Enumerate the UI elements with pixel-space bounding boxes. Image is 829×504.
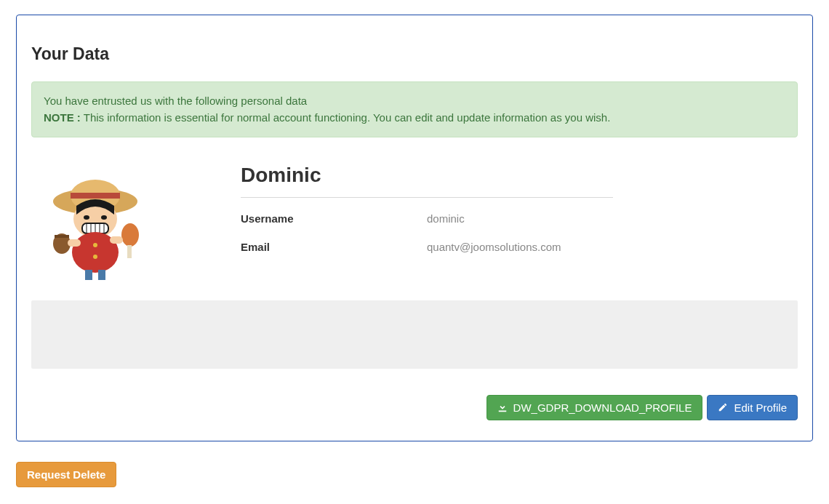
avatar-column xyxy=(37,164,241,280)
svg-rect-15 xyxy=(85,270,92,280)
username-value: dominic xyxy=(427,212,465,225)
extra-info-block xyxy=(31,300,798,369)
alert-note-line: NOTE : This information is essential for… xyxy=(44,109,785,126)
panel-actions: DW_GDPR_DOWNLOAD_PROFILE Edit Profile xyxy=(31,395,798,420)
svg-point-19 xyxy=(121,223,139,247)
field-row-email: Email quantv@joomsolutions.com xyxy=(241,241,616,253)
edit-profile-label: Edit Profile xyxy=(734,401,787,414)
svg-rect-16 xyxy=(98,270,105,280)
svg-rect-21 xyxy=(68,239,81,247)
email-value: quantv@joomsolutions.com xyxy=(427,241,561,253)
svg-rect-22 xyxy=(110,236,123,244)
separator xyxy=(241,197,613,198)
alert-note-label: NOTE : xyxy=(44,111,81,124)
edit-profile-button[interactable]: Edit Profile xyxy=(707,395,798,420)
alert-note-text: This information is essential for normal… xyxy=(81,111,610,124)
request-delete-button[interactable]: Request Delete xyxy=(16,462,116,487)
field-row-username: Username dominic xyxy=(241,212,616,225)
profile-row: Dominic Username dominic Email quantv@jo… xyxy=(31,164,798,280)
download-profile-label: DW_GDPR_DOWNLOAD_PROFILE xyxy=(513,401,692,414)
request-delete-label: Request Delete xyxy=(27,468,105,481)
outside-actions: Request Delete xyxy=(16,462,813,487)
svg-point-13 xyxy=(93,243,97,247)
info-alert: You have entrusted us with the following… xyxy=(31,81,798,137)
svg-point-5 xyxy=(101,215,107,220)
edit-icon xyxy=(718,402,728,412)
profile-panel: Your Data You have entrusted us with the… xyxy=(16,15,813,441)
svg-rect-18 xyxy=(55,235,69,238)
download-icon xyxy=(497,402,508,412)
avatar-image xyxy=(37,164,153,280)
username-label: Username xyxy=(241,212,427,225)
display-name: Dominic xyxy=(241,164,616,187)
page-title: Your Data xyxy=(31,44,798,64)
svg-point-4 xyxy=(84,215,89,220)
svg-point-14 xyxy=(93,255,97,259)
svg-rect-2 xyxy=(71,193,120,199)
alert-line1: You have entrusted us with the following… xyxy=(44,92,785,109)
info-column: Dominic Username dominic Email quantv@jo… xyxy=(241,164,798,280)
svg-rect-20 xyxy=(127,245,132,258)
download-profile-button[interactable]: DW_GDPR_DOWNLOAD_PROFILE xyxy=(486,395,703,420)
email-label: Email xyxy=(241,241,427,253)
